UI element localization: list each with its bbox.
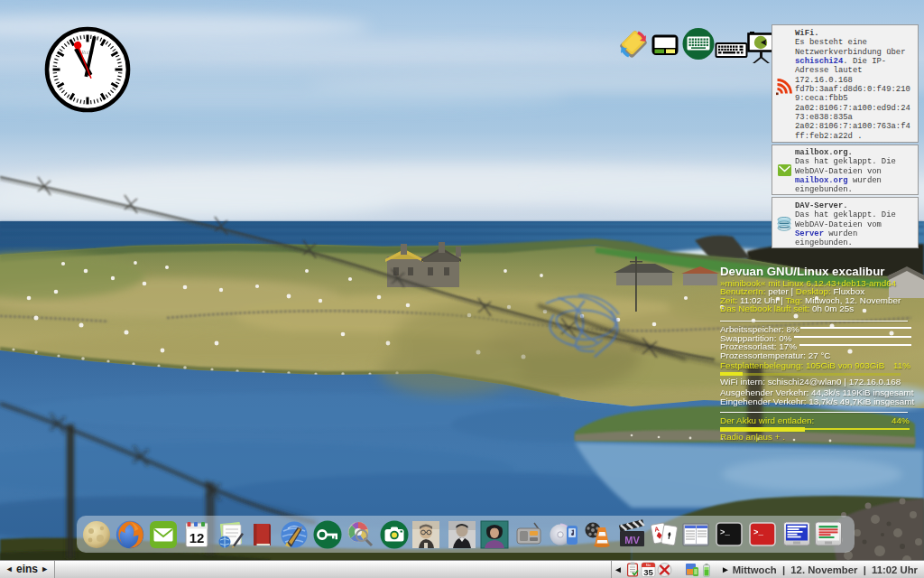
svg-text:12: 12 [189,530,205,545]
svg-text:>_: >_ [720,528,730,537]
svg-text:MV: MV [624,535,640,545]
svg-text:>_: >_ [753,528,763,537]
svg-text:35: 35 [643,567,653,577]
